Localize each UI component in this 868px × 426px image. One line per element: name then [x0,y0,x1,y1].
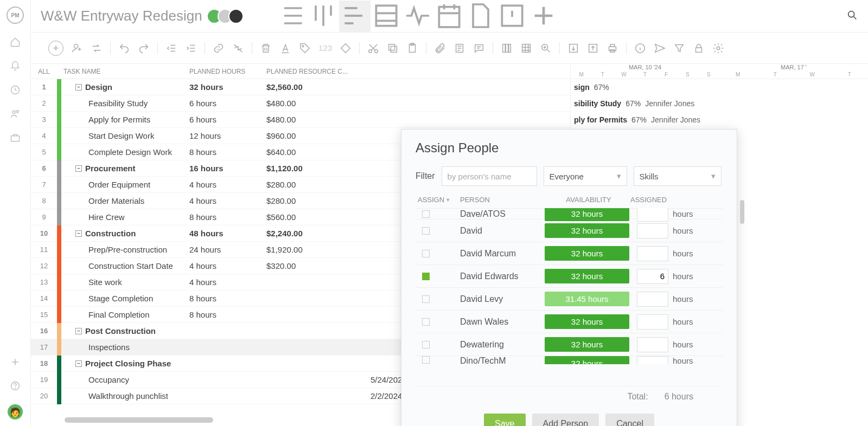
collapse-icon[interactable]: – [75,230,82,237]
undo-icon[interactable] [118,42,130,54]
gantt-row[interactable]: sibility Study 67% Jennifer Jones [571,95,868,112]
app-logo[interactable]: PM [7,7,24,24]
assign-checkbox[interactable] [422,295,430,303]
comment-icon[interactable] [473,42,485,54]
file-view-icon[interactable] [465,1,496,32]
assign-checkbox[interactable] [422,227,430,235]
col-planned-cost[interactable]: PLANNED RESOURCE C... [266,68,371,75]
search-icon[interactable] [846,9,858,23]
person-row[interactable]: Dino/TechM 32 hours hours [416,356,723,364]
cut-icon[interactable] [367,42,379,54]
grid-icon[interactable] [520,42,532,54]
assign-icon[interactable] [71,42,83,54]
board-view-icon[interactable] [308,1,339,32]
settings-icon[interactable] [712,42,724,54]
assign-checkbox[interactable] [422,210,430,218]
scrollbar-thumb[interactable] [740,200,744,224]
indent-icon[interactable] [185,42,197,54]
add-view-icon[interactable] [528,1,559,32]
dialog-title: Assign People [416,140,723,156]
col-task-name[interactable]: TASK NAME [61,68,189,75]
person-row[interactable]: Dave/ATOS 32 hours hours [416,208,723,219]
redo-icon[interactable] [138,42,150,54]
user-avatar[interactable]: 🧑 [8,404,23,419]
filter-group-select[interactable]: Everyone▾ [544,166,627,186]
col-all[interactable]: ALL [31,68,57,75]
hours-input[interactable] [637,337,668,352]
collapse-icon[interactable]: – [75,360,82,367]
text-color-icon[interactable] [279,42,291,54]
milestone-icon[interactable] [340,42,352,54]
assign-checkbox[interactable] [422,341,430,348]
collapse-icon[interactable]: – [75,84,82,91]
clock-icon[interactable] [10,85,21,95]
person-row[interactable]: Dawn Wales 32 hours hours [416,310,723,333]
lock-icon[interactable] [693,42,705,54]
collapse-icon[interactable]: – [75,328,82,334]
note-icon[interactable] [454,42,465,54]
people-icon[interactable] [10,108,21,119]
assign-checkbox[interactable] [422,356,430,364]
hours-input[interactable] [637,223,668,238]
briefcase-icon[interactable] [10,132,21,143]
sheet-view-icon[interactable] [371,1,402,32]
copy-icon[interactable] [387,42,399,54]
home-icon[interactable] [10,37,21,48]
hours-input[interactable] [637,314,668,330]
task-row[interactable]: 1 –Design 32 hours $2,560.00 [31,79,570,95]
columns-icon[interactable] [501,42,513,54]
trash-icon[interactable] [260,42,272,54]
person-row[interactable]: David Levy 31.45 hours hours [416,287,723,310]
task-row[interactable]: 3 Apply for Permits 6 hours $480.00 [31,112,570,128]
attach-icon[interactable] [434,42,446,54]
people-list[interactable]: Dave/ATOS 32 hours hours David 32 hours … [416,208,723,386]
add-task-icon[interactable]: + [48,41,63,56]
risk-view-icon[interactable] [496,1,528,32]
bell-icon[interactable] [10,61,21,72]
hours-input[interactable] [637,208,668,222]
outdent-icon[interactable] [165,42,177,54]
col-planned-hours[interactable]: PLANNED HOURS [189,68,266,75]
add-icon[interactable] [10,357,21,367]
assign-checkbox[interactable] [422,273,430,280]
assign-checkbox[interactable] [422,318,430,326]
link-icon[interactable] [213,42,225,54]
list-view-icon[interactable] [276,1,308,32]
person-row[interactable]: David 32 hours hours [416,219,723,242]
hours-input[interactable] [637,246,668,261]
gantt-row[interactable]: ply for Permits 67% Jennifer Jones [571,112,868,128]
person-row[interactable]: Dewatering 32 hours hours [416,333,723,356]
filter-input[interactable] [442,166,537,186]
gantt-view-icon[interactable] [339,1,371,32]
task-row[interactable]: 2 Feasibility Study 6 hours $480.00 [31,95,570,112]
info-icon[interactable] [634,42,646,54]
horizontal-scrollbar[interactable] [65,417,213,423]
collapse-icon[interactable]: – [75,165,82,172]
person-row[interactable]: David Edwards 32 hours hours [416,264,723,287]
save-button[interactable]: Save [484,414,525,426]
calendar-view-icon[interactable] [433,1,465,32]
paste-icon[interactable] [406,42,418,54]
help-icon[interactable] [10,380,21,391]
export-icon[interactable] [587,42,599,54]
print-icon[interactable] [607,42,618,54]
filter-skills-select[interactable]: Skills▾ [634,166,722,186]
hours-input[interactable] [637,356,668,364]
refresh-icon[interactable] [91,42,103,54]
hours-input[interactable] [637,292,668,307]
activity-view-icon[interactable] [402,1,433,32]
import-icon[interactable] [567,42,579,54]
filter-icon[interactable] [673,42,685,54]
hours-input[interactable] [637,269,668,284]
unlink-icon[interactable] [232,42,244,54]
member-avatar[interactable] [228,9,244,24]
cancel-button[interactable]: Cancel [605,414,654,426]
add-person-button[interactable]: Add Person [532,414,599,426]
tag-icon[interactable] [299,42,311,54]
person-row[interactable]: David Marcum 32 hours hours [416,242,723,264]
send-icon[interactable] [654,42,666,54]
gantt-row[interactable]: sign 67% [571,79,868,95]
assign-checkbox[interactable] [422,250,430,257]
project-members[interactable] [211,9,244,24]
zoom-icon[interactable] [540,42,552,54]
